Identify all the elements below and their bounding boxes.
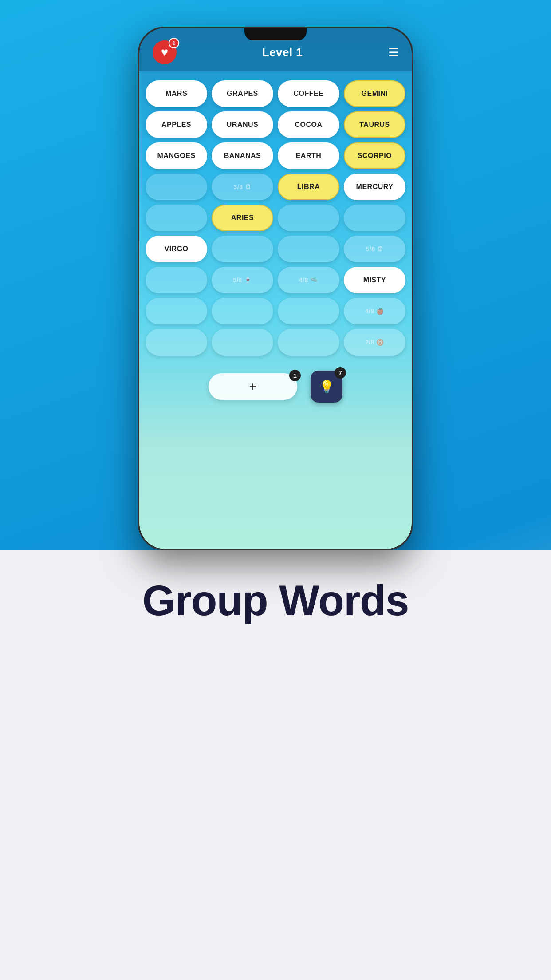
word-pill[interactable]: 4/8 🛸 <box>278 267 339 293</box>
word-pill[interactable]: VIRGO <box>146 236 207 262</box>
word-pill[interactable]: GRAPES <box>212 80 273 107</box>
word-pill <box>146 267 207 293</box>
word-pill[interactable]: 5/8 🍷 <box>212 267 273 293</box>
word-grid: MARSGRAPESCOFFEEGEMINIAPPLESURANUSCOCOAT… <box>146 80 405 356</box>
word-pill[interactable]: 4/8 🍎 <box>344 298 405 324</box>
bottom-section: Group Words <box>0 550 551 980</box>
phone-notch <box>244 28 307 40</box>
add-button[interactable]: + 1 <box>209 373 297 400</box>
hint-badge: 7 <box>335 367 346 379</box>
level-title: Level 1 <box>262 46 303 59</box>
word-pill[interactable]: LIBRA <box>278 174 339 200</box>
phone-frame: ♥ 1 Level 1 ☰ MARSGRAPESCOFFEEGEMINIAPPL… <box>138 27 413 550</box>
word-pill <box>212 329 273 356</box>
word-pill[interactable]: MERCURY <box>344 174 405 200</box>
word-pill <box>278 236 339 262</box>
word-pill[interactable]: URANUS <box>212 111 273 138</box>
hint-icon: 💡 <box>319 379 335 394</box>
word-pill <box>146 329 207 356</box>
heart-icon: ♥ <box>161 45 169 59</box>
word-pill[interactable]: 3/8 🗓 <box>212 174 273 200</box>
group-words-title: Group Words <box>142 577 409 624</box>
word-pill <box>146 174 207 200</box>
add-badge: 1 <box>289 370 301 381</box>
word-pill[interactable]: TAURUS <box>344 111 405 138</box>
game-area: MARSGRAPESCOFFEEGEMINIAPPLESURANUSCOCOAT… <box>139 71 412 356</box>
word-pill[interactable]: ARIES <box>212 205 273 231</box>
word-pill[interactable]: MANGOES <box>146 142 207 169</box>
word-pill <box>212 236 273 262</box>
word-pill[interactable]: GEMINI <box>344 80 405 107</box>
word-pill[interactable]: SCORPIO <box>344 142 405 169</box>
lives-count: 1 <box>169 38 179 48</box>
word-pill[interactable]: COCOA <box>278 111 339 138</box>
word-pill[interactable]: MISTY <box>344 267 405 293</box>
word-pill[interactable]: EARTH <box>278 142 339 169</box>
lives-badge: ♥ 1 <box>153 40 177 64</box>
hint-button[interactable]: 💡 7 <box>311 371 342 403</box>
word-pill <box>344 205 405 231</box>
add-icon: + <box>249 379 256 394</box>
word-pill[interactable]: 5/8 🗓 <box>344 236 405 262</box>
word-pill <box>278 205 339 231</box>
phone-screen: ♥ 1 Level 1 ☰ MARSGRAPESCOFFEEGEMINIAPPL… <box>139 28 412 549</box>
word-pill[interactable]: 2/8 ♉ <box>344 329 405 356</box>
word-pill[interactable]: APPLES <box>146 111 207 138</box>
word-pill <box>278 298 339 324</box>
word-pill <box>146 205 207 231</box>
menu-button[interactable]: ☰ <box>388 46 398 59</box>
word-pill[interactable]: BANANAS <box>212 142 273 169</box>
word-pill[interactable]: COFFEE <box>278 80 339 107</box>
word-pill[interactable]: MARS <box>146 80 207 107</box>
word-pill <box>212 298 273 324</box>
word-pill <box>146 298 207 324</box>
word-pill <box>278 329 339 356</box>
bottom-area: + 1 💡 7 <box>139 360 412 413</box>
